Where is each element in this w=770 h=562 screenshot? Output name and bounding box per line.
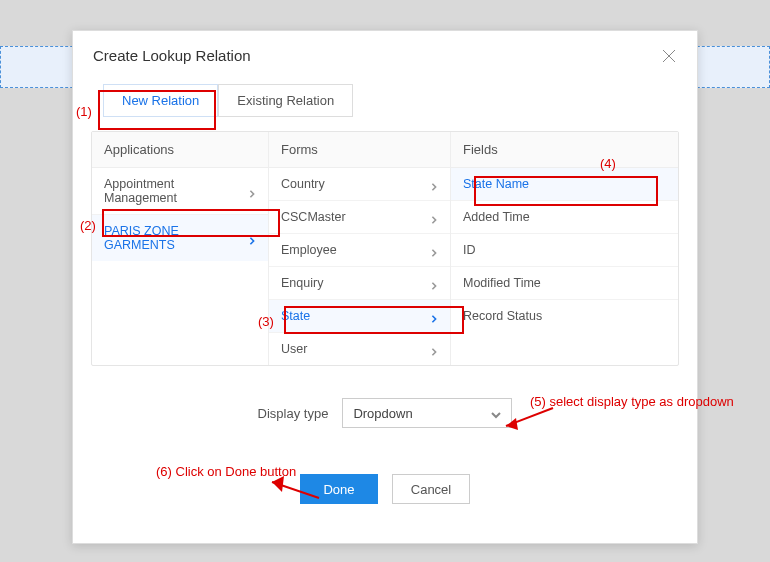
chevron-right-icon [430,213,438,221]
fields-column: Fields State Name Added Time ID Modified… [450,132,678,365]
create-lookup-relation-modal: Create Lookup Relation New Relation Exis… [72,30,698,544]
forms-item[interactable]: User [269,333,450,365]
chevron-down-icon [491,408,501,418]
chevron-right-icon [430,312,438,320]
chevron-right-icon [430,345,438,353]
applications-item[interactable]: PARIS ZONE GARMENTS [92,215,268,261]
modal-title: Create Lookup Relation [93,47,251,64]
relation-tabs: New Relation Existing Relation [103,84,697,117]
forms-item-label: State [281,309,310,323]
chevron-right-icon [430,180,438,188]
forms-item-label: CSCMaster [281,210,346,224]
forms-item-label: Country [281,177,325,191]
chevron-right-icon [248,187,256,195]
chevron-right-icon [430,279,438,287]
fields-item-label: Added Time [463,210,530,224]
button-row: Done Cancel [73,474,697,504]
modal-header: Create Lookup Relation [73,31,697,78]
fields-item-label: ID [463,243,476,257]
fields-item-label: Modified Time [463,276,541,290]
forms-header: Forms [269,132,450,168]
display-type-select[interactable]: Dropdown [342,398,512,428]
fields-item[interactable]: ID [451,234,678,267]
done-button[interactable]: Done [300,474,378,504]
cancel-button[interactable]: Cancel [392,474,470,504]
applications-header: Applications [92,132,268,168]
applications-item[interactable]: Appointment Management [92,168,268,215]
forms-item[interactable]: Country [269,168,450,201]
display-type-row: Display type Dropdown [73,398,697,428]
tab-existing-relation[interactable]: Existing Relation [218,84,353,117]
fields-item[interactable]: Record Status [451,300,678,332]
fields-item-label: Record Status [463,309,542,323]
fields-item[interactable]: Added Time [451,201,678,234]
fields-header: Fields [451,132,678,168]
forms-item-label: User [281,342,307,356]
applications-item-label: Appointment Management [104,177,248,205]
forms-item[interactable]: CSCMaster [269,201,450,234]
tab-new-relation[interactable]: New Relation [103,84,218,117]
selection-panel: Applications Appointment Management PARI… [91,131,679,366]
fields-item[interactable]: State Name [451,168,678,201]
close-icon[interactable] [661,48,677,64]
forms-item[interactable]: State [269,300,450,333]
forms-item-label: Employee [281,243,337,257]
forms-column: Forms Country CSCMaster Employee Enquiry… [268,132,450,365]
applications-item-label: PARIS ZONE GARMENTS [104,224,248,252]
display-type-value: Dropdown [353,406,412,421]
forms-item-label: Enquiry [281,276,323,290]
chevron-right-icon [430,246,438,254]
forms-item[interactable]: Employee [269,234,450,267]
chevron-right-icon [248,234,256,242]
fields-item-label: State Name [463,177,529,191]
forms-item[interactable]: Enquiry [269,267,450,300]
applications-column: Applications Appointment Management PARI… [92,132,268,365]
fields-item[interactable]: Modified Time [451,267,678,300]
display-type-label: Display type [258,406,329,421]
